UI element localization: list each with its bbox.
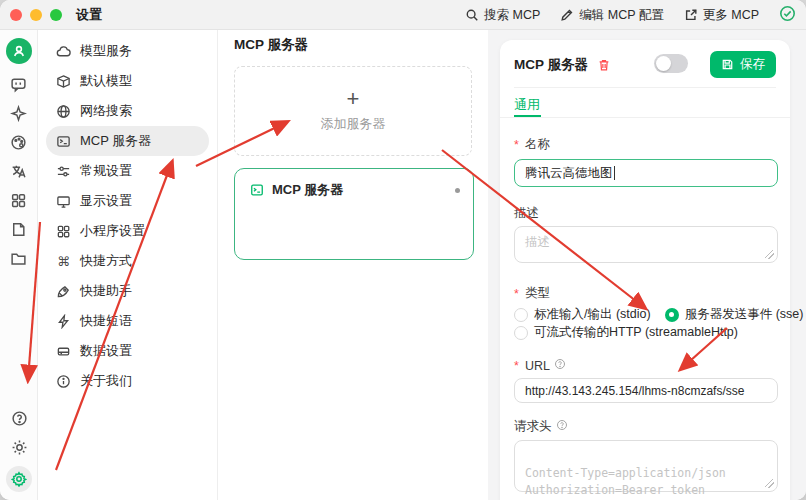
resize-handle[interactable]: [765, 250, 774, 259]
delete-server-button[interactable]: [597, 58, 611, 72]
palette-icon: [10, 134, 27, 151]
toggle-knob: [656, 56, 671, 71]
more-mcp-button[interactable]: 更多 MCP: [684, 7, 759, 24]
rail-translate-button[interactable]: [10, 105, 27, 122]
radio-stdio[interactable]: 标准输入/输出 (stdio): [514, 306, 651, 323]
menu-item-data-settings[interactable]: 数据设置: [46, 336, 209, 366]
radio-streamable-http[interactable]: 可流式传输的HTTP (streamableHttp): [514, 324, 738, 341]
close-window-button[interactable]: [10, 9, 22, 21]
name-input[interactable]: 腾讯云高德地图: [514, 159, 778, 187]
menu-item-label: 常规设置: [80, 162, 132, 180]
menu-item-mcp-servers[interactable]: MCP 服务器: [46, 126, 209, 156]
rail-paintings-button[interactable]: [10, 134, 27, 151]
menu-item-label: 网络搜索: [80, 102, 132, 120]
settings-button-active[interactable]: [6, 466, 32, 492]
user-avatar[interactable]: [6, 38, 32, 64]
folder-icon: [10, 250, 27, 267]
menu-item-label: 数据设置: [80, 342, 132, 360]
document-icon: [10, 221, 27, 238]
server-enabled-toggle[interactable]: [654, 54, 688, 73]
name-value: 腾讯云高德地图: [525, 165, 613, 182]
add-server-button[interactable]: + 添加服务器: [234, 66, 472, 156]
package-icon: [56, 74, 71, 89]
save-icon: [721, 58, 734, 71]
radio-label: 服务器发送事件 (sse): [685, 306, 804, 323]
chat-icon: [10, 76, 27, 93]
database-icon: [56, 344, 71, 359]
server-status-dot: [455, 188, 460, 193]
rail-chat-button[interactable]: [10, 76, 27, 93]
detail-title: MCP 服务器: [514, 56, 588, 74]
external-link-icon: [684, 8, 698, 22]
cloud-icon: [56, 44, 71, 59]
more-mcp-label: 更多 MCP: [703, 7, 759, 24]
settings-menu: 模型服务 默认模型 网络搜索 MCP 服务器 常规设置 显示设置 小程序设置 ⌘…: [38, 30, 218, 500]
grid-icon: [10, 192, 27, 209]
person-icon: [11, 43, 27, 59]
menu-item-general-settings[interactable]: 常规设置: [46, 156, 209, 186]
menu-item-quick-assistant[interactable]: 快捷助手: [46, 276, 209, 306]
description-textarea[interactable]: 描述: [514, 226, 778, 263]
url-input[interactable]: http://43.143.245.154/lhms-n8cmzafs/sse: [514, 378, 778, 403]
theme-button[interactable]: [11, 439, 28, 456]
question-circle-icon: [556, 419, 568, 434]
terminal-icon: [56, 134, 71, 149]
rail-notes-button[interactable]: [10, 221, 27, 238]
titlebar: 设置 搜索 MCP 编辑 MCP 配置 更多 MCP: [0, 0, 806, 30]
menu-item-miniapp-settings[interactable]: 小程序设置: [46, 216, 209, 246]
add-server-label: 添加服务器: [321, 115, 386, 133]
menu-item-shortcuts[interactable]: ⌘ 快捷方式: [46, 246, 209, 276]
headers-textarea[interactable]: Content-Type=application/json Authorizat…: [514, 440, 778, 492]
rail-translation-button[interactable]: [10, 163, 27, 180]
gear-icon: [11, 471, 27, 487]
panel-title: MCP 服务器: [234, 36, 308, 54]
rail-files-button[interactable]: [10, 250, 27, 267]
edit-mcp-config-button[interactable]: 编辑 MCP 配置: [560, 7, 664, 24]
menu-item-display-settings[interactable]: 显示设置: [46, 186, 209, 216]
minimize-window-button[interactable]: [30, 9, 42, 21]
menu-item-model-services[interactable]: 模型服务: [46, 36, 209, 66]
radio-label: 可流式传输的HTTP (streamableHttp): [534, 324, 738, 341]
type-field-label: * 类型: [514, 285, 550, 302]
save-button[interactable]: 保存: [710, 51, 776, 78]
sliders-icon: [56, 164, 71, 179]
plus-icon: +: [347, 89, 360, 109]
lightning-icon: [56, 314, 71, 329]
server-detail-card: MCP 服务器 保存 通用 * 名称 腾讯云高德地图: [500, 40, 790, 500]
resize-handle[interactable]: [765, 479, 774, 488]
zoom-window-button[interactable]: [50, 9, 62, 21]
description-field-label: 描述: [514, 205, 539, 222]
search-mcp-button[interactable]: 搜索 MCP: [465, 7, 540, 24]
menu-item-web-search[interactable]: 网络搜索: [46, 96, 209, 126]
radio-sse[interactable]: 服务器发送事件 (sse): [665, 306, 804, 323]
translate-icon: [10, 163, 27, 180]
menu-item-about[interactable]: 关于我们: [46, 366, 209, 396]
monitor-icon: [56, 194, 71, 209]
url-value: http://43.143.245.154/lhms-n8cmzafs/sse: [525, 384, 744, 398]
menu-item-quick-phrases[interactable]: 快捷短语: [46, 306, 209, 336]
menu-item-default-model[interactable]: 默认模型: [46, 66, 209, 96]
search-mcp-label: 搜索 MCP: [484, 7, 540, 24]
server-card[interactable]: MCP 服务器: [234, 168, 474, 260]
rail-apps-button[interactable]: [10, 192, 27, 209]
menu-item-label: 小程序设置: [80, 222, 145, 240]
menu-item-label: MCP 服务器: [80, 132, 151, 150]
required-marker: *: [514, 287, 519, 301]
menu-item-label: 模型服务: [80, 42, 132, 60]
window-title: 设置: [76, 6, 102, 24]
tab-general[interactable]: 通用: [514, 96, 540, 114]
rocket-icon: [56, 284, 71, 299]
required-marker: *: [514, 359, 519, 373]
help-button[interactable]: [11, 410, 28, 427]
text-caret: [614, 166, 615, 180]
menu-item-label: 默认模型: [80, 72, 132, 90]
app-rail: [0, 30, 38, 500]
menu-item-label: 快捷方式: [80, 252, 132, 270]
divider: [500, 117, 790, 118]
menu-item-label: 快捷助手: [80, 282, 132, 300]
menu-item-label: 显示设置: [80, 192, 132, 210]
pencil-icon: [560, 8, 574, 22]
command-icon: ⌘: [56, 254, 71, 269]
radio-circle: [514, 326, 528, 340]
divider: [514, 87, 776, 88]
